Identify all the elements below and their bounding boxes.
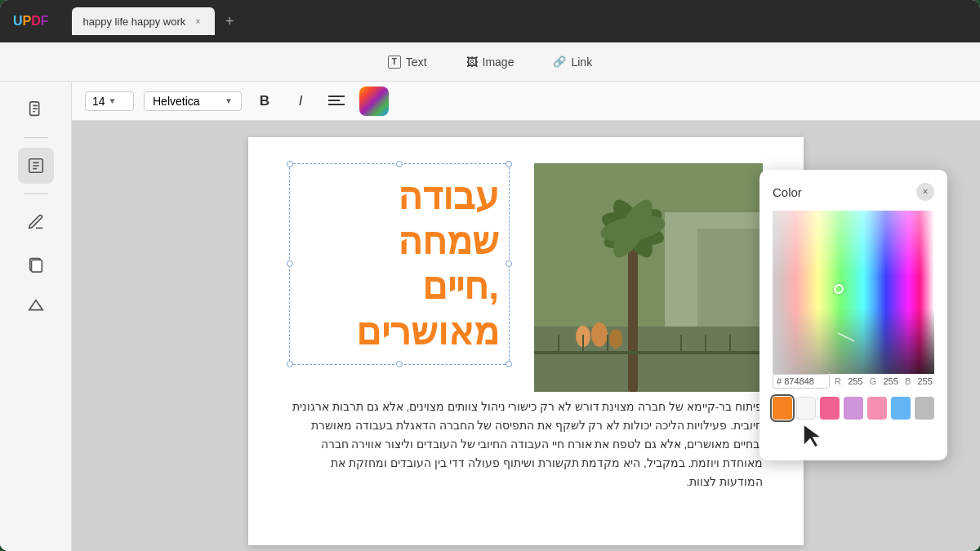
swatch-white[interactable] <box>796 397 816 420</box>
app-logo: UPDF <box>13 14 49 29</box>
r-value: 255 <box>846 376 865 386</box>
body-text: פיתוח בר-קיימא של חברה מצוינת דורש לא רק… <box>289 398 763 492</box>
color-picker-panel: Color × <box>760 170 947 460</box>
g-label: G <box>870 376 877 386</box>
hebrew-text: עבודהשמחה,חייםמאושרים <box>300 174 499 354</box>
sidebar-icon-pages[interactable] <box>18 247 54 282</box>
handle-br[interactable] <box>506 361 512 367</box>
svg-point-18 <box>609 329 622 349</box>
sidebar-icon-document[interactable] <box>18 91 54 127</box>
document-image-inner <box>534 163 763 392</box>
handle-tl[interactable] <box>287 161 293 167</box>
app-window: UPDF happy life happy work × + T Text 🖼 … <box>0 0 980 551</box>
pdf-page: עבודהשמחה,חייםמאושרים <box>248 137 804 545</box>
tab-bar: happy life happy work × + <box>72 7 242 35</box>
sidebar-icon-text-edit[interactable] <box>18 148 54 184</box>
swatch-blue[interactable] <box>891 397 911 420</box>
svg-rect-10 <box>534 327 763 392</box>
swatch-orange[interactable] <box>773 397 792 420</box>
font-family-chevron: ▼ <box>225 96 233 105</box>
pdf-scroll[interactable]: עבודהשמחה,חייםמאושרים <box>72 121 980 551</box>
swatch-gray[interactable] <box>915 397 934 420</box>
font-family-value: Helvetica <box>153 95 200 108</box>
font-size-selector[interactable]: 14 ▼ <box>85 91 134 111</box>
page-area: 14 ▼ Helvetica ▼ B I <box>72 82 980 551</box>
svg-point-17 <box>591 322 608 347</box>
toolbar-text[interactable]: T Text <box>381 52 434 72</box>
top-toolbar: T Text 🖼 Image 🔗 Link <box>0 42 980 82</box>
active-tab[interactable]: happy life happy work × <box>72 7 216 35</box>
color-swatches <box>773 397 934 420</box>
swatch-pink[interactable] <box>820 397 840 420</box>
text-label: Text <box>406 56 427 69</box>
handle-tm[interactable] <box>396 161 403 167</box>
handle-ml[interactable] <box>287 260 293 267</box>
hex-input[interactable] <box>773 374 830 389</box>
handle-bl[interactable] <box>287 361 293 367</box>
r-label: R <box>835 376 841 386</box>
font-family-selector[interactable]: Helvetica ▼ <box>144 91 242 111</box>
link-icon: 🔗 <box>553 56 566 68</box>
g-value: 255 <box>881 376 900 386</box>
italic-button[interactable]: I <box>287 88 314 114</box>
main-content: T Text 🖼 Image 🔗 Link <box>0 42 980 551</box>
color-gradient-area[interactable] <box>773 211 934 374</box>
cursor-area <box>773 423 934 447</box>
swatch-purple[interactable] <box>844 397 863 420</box>
formatting-toolbar: 14 ▼ Helvetica ▼ B I <box>72 82 980 121</box>
font-size-value: 14 <box>92 95 105 108</box>
new-tab-button[interactable]: + <box>218 10 241 33</box>
handle-bm[interactable] <box>396 361 403 367</box>
b-value: 255 <box>915 376 934 386</box>
text-icon: T <box>388 56 401 69</box>
color-picker-header: Color × <box>773 183 934 201</box>
color-picker-title: Color <box>773 185 802 199</box>
toolbar-image[interactable]: 🖼 Image <box>460 52 521 72</box>
sidebar-icon-annotate[interactable] <box>18 204 54 240</box>
svg-rect-11 <box>628 229 638 392</box>
tab-label: happy life happy work <box>83 16 186 28</box>
sidebar-divider <box>24 137 48 138</box>
document-image <box>534 163 763 392</box>
bold-button[interactable]: B <box>252 88 278 114</box>
sidebar-divider-2 <box>24 193 48 194</box>
image-icon: 🖼 <box>466 56 478 69</box>
image-label: Image <box>483 56 514 69</box>
tab-close-button[interactable]: × <box>192 16 203 27</box>
link-label: Link <box>571 56 592 69</box>
color-picker-button[interactable] <box>359 87 389 116</box>
left-sidebar <box>0 82 72 551</box>
swatch-light-pink[interactable] <box>867 397 887 420</box>
font-size-chevron: ▼ <box>109 96 117 105</box>
svg-rect-3 <box>31 260 42 273</box>
b-label: B <box>905 376 911 386</box>
svg-rect-20 <box>534 351 763 354</box>
color-picker-close-button[interactable]: × <box>916 183 934 201</box>
text-box-selected[interactable]: עבודהשמחה,חייםמאושרים <box>289 163 510 365</box>
color-values-row: R 255 G 255 B 255 <box>773 374 934 389</box>
align-button[interactable] <box>323 88 350 114</box>
sidebar-icon-shapes[interactable] <box>18 289 54 325</box>
content-area: 14 ▼ Helvetica ▼ B I <box>0 82 980 551</box>
title-bar: UPDF happy life happy work × + <box>0 0 980 42</box>
toolbar-link[interactable]: 🔗 Link <box>546 52 599 72</box>
handle-tr[interactable] <box>506 161 512 167</box>
handle-mr[interactable] <box>506 260 512 267</box>
